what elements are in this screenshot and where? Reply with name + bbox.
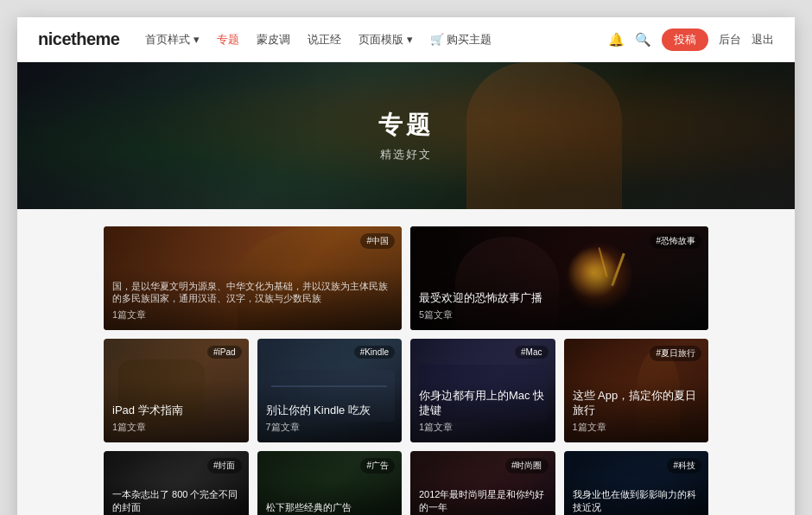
card-tag: #时尚圈 bbox=[505, 458, 549, 474]
notification-icon[interactable]: 🔔 bbox=[608, 32, 625, 48]
submit-button[interactable]: 投稿 bbox=[662, 29, 708, 51]
dashboard-link[interactable]: 后台 bbox=[719, 32, 741, 48]
card-content: 最受欢迎的恐怖故事广播 5篇文章 bbox=[419, 291, 700, 321]
logout-link[interactable]: 退出 bbox=[752, 32, 774, 48]
grid-row-3: #封面 一本杂志出了 800 个完全不同的封面 #广告 松下那些经典的广告 #时… bbox=[104, 451, 708, 515]
card-tech[interactable]: #科技 我身业也在做到影影响力的科技近况 bbox=[564, 451, 709, 515]
card-chinese[interactable]: #中国 国，是以华夏文明为源泉、中华文化为基础，并以汉族为主体民族的多民族国家，… bbox=[104, 226, 402, 330]
card-ipad[interactable]: #iPad iPad 学术指南 1篇文章 bbox=[104, 339, 249, 442]
card-content: 松下那些经典的广告 bbox=[266, 501, 394, 515]
card-tag: #iPad bbox=[207, 346, 242, 359]
hero-subtitle: 精选好文 bbox=[378, 147, 434, 162]
card-horror[interactable]: #恐怖故事 最受欢迎的恐怖故事广播 5篇文章 bbox=[410, 226, 708, 330]
card-count: 1篇文章 bbox=[419, 421, 547, 434]
card-title: 别让你的 Kindle 吃灰 bbox=[266, 404, 394, 418]
card-tag: #封面 bbox=[207, 458, 242, 474]
card-summer[interactable]: #夏日旅行 这些 App，搞定你的夏日旅行 1篇文章 bbox=[564, 339, 709, 442]
card-title: 我身业也在做到影影响力的科技近况 bbox=[573, 488, 701, 513]
card-desc: 国，是以华夏文明为源泉、中华文化为基础，并以汉族为主体民族的多民族国家，通用汉语… bbox=[112, 280, 393, 305]
card-mac[interactable]: #Mac 你身边都有用上的Mac 快捷键 1篇文章 bbox=[410, 339, 555, 442]
card-title: 你身边都有用上的Mac 快捷键 bbox=[419, 389, 547, 418]
card-content: iPad 学术指南 1篇文章 bbox=[112, 404, 240, 434]
grid-row-2: #iPad iPad 学术指南 1篇文章 #Kindle 别让你的 Kindle… bbox=[104, 339, 708, 442]
card-count: 1篇文章 bbox=[112, 308, 393, 321]
card-title: 松下那些经典的广告 bbox=[266, 501, 394, 513]
hero-title: 专题 bbox=[378, 109, 434, 142]
card-tag: #广告 bbox=[360, 458, 395, 474]
hero-section: 专题 精选好文 bbox=[17, 62, 795, 209]
card-content: 一本杂志出了 800 个完全不同的封面 bbox=[112, 488, 240, 515]
card-cover[interactable]: #封面 一本杂志出了 800 个完全不同的封面 bbox=[104, 451, 249, 515]
topics-grid: #中国 国，是以华夏文明为源泉、中华文化为基础，并以汉族为主体民族的多民族国家，… bbox=[17, 209, 795, 515]
card-tag: #Mac bbox=[515, 346, 548, 359]
card-title: 最受欢迎的恐怖故事广播 bbox=[419, 291, 700, 306]
card-content: 国，是以华夏文明为源泉、中华文化为基础，并以汉族为主体民族的多民族国家，通用汉语… bbox=[112, 280, 393, 321]
card-count: 5篇文章 bbox=[419, 308, 700, 321]
nav-link-home[interactable]: 首页样式 ▾ bbox=[145, 32, 200, 48]
card-content: 这些 App，搞定你的夏日旅行 1篇文章 bbox=[573, 389, 701, 434]
card-title: 2012年最时尚明星是和你约好的一年 bbox=[419, 488, 547, 513]
card-content: 别让你的 Kindle 吃灰 7篇文章 bbox=[266, 404, 394, 434]
nav-actions: 🔔 🔍 投稿 后台 退出 bbox=[608, 29, 774, 51]
grid-row-1: #中国 国，是以华夏文明为源泉、中华文化为基础，并以汉族为主体民族的多民族国家，… bbox=[104, 226, 708, 330]
card-count: 1篇文章 bbox=[573, 421, 701, 434]
card-tag: #科技 bbox=[667, 458, 701, 474]
nav-link-serious[interactable]: 说正经 bbox=[308, 32, 341, 48]
card-content: 2012年最时尚明星是和你约好的一年 bbox=[419, 488, 547, 515]
card-count: 1篇文章 bbox=[112, 421, 240, 434]
navbar: nicetheme 首页样式 ▾ 专题 蒙皮调 说正经 页面模版 ▾ 🛒 购买主… bbox=[17, 17, 795, 62]
card-tag: #夏日旅行 bbox=[650, 346, 701, 361]
card-title: iPad 学术指南 bbox=[112, 404, 240, 418]
card-title: 这些 App，搞定你的夏日旅行 bbox=[573, 389, 701, 418]
card-tag: #Kindle bbox=[354, 346, 395, 359]
site-logo[interactable]: nicetheme bbox=[38, 29, 119, 49]
nav-link-buy[interactable]: 🛒 购买主题 bbox=[430, 32, 492, 48]
card-content: 你身边都有用上的Mac 快捷键 1篇文章 bbox=[419, 389, 547, 434]
card-content: 我身业也在做到影影响力的科技近况 bbox=[573, 488, 701, 515]
card-fashion[interactable]: #时尚圈 2012年最时尚明星是和你约好的一年 bbox=[410, 451, 555, 515]
nav-links: 首页样式 ▾ 专题 蒙皮调 说正经 页面模版 ▾ 🛒 购买主题 bbox=[145, 32, 608, 48]
nav-link-theme[interactable]: 蒙皮调 bbox=[257, 32, 290, 48]
search-icon[interactable]: 🔍 bbox=[635, 32, 651, 48]
card-count: 7篇文章 bbox=[266, 421, 394, 434]
card-tag: #中国 bbox=[360, 233, 395, 249]
card-title: 一本杂志出了 800 个完全不同的封面 bbox=[112, 488, 240, 513]
hero-content: 专题 精选好文 bbox=[378, 109, 434, 162]
card-tag: #恐怖故事 bbox=[650, 233, 701, 249]
card-ad[interactable]: #广告 松下那些经典的广告 bbox=[257, 451, 403, 515]
nav-link-topics[interactable]: 专题 bbox=[217, 32, 239, 48]
nav-link-pages[interactable]: 页面模版 ▾ bbox=[358, 32, 413, 48]
card-kindle[interactable]: #Kindle 别让你的 Kindle 吃灰 7篇文章 bbox=[257, 339, 403, 442]
